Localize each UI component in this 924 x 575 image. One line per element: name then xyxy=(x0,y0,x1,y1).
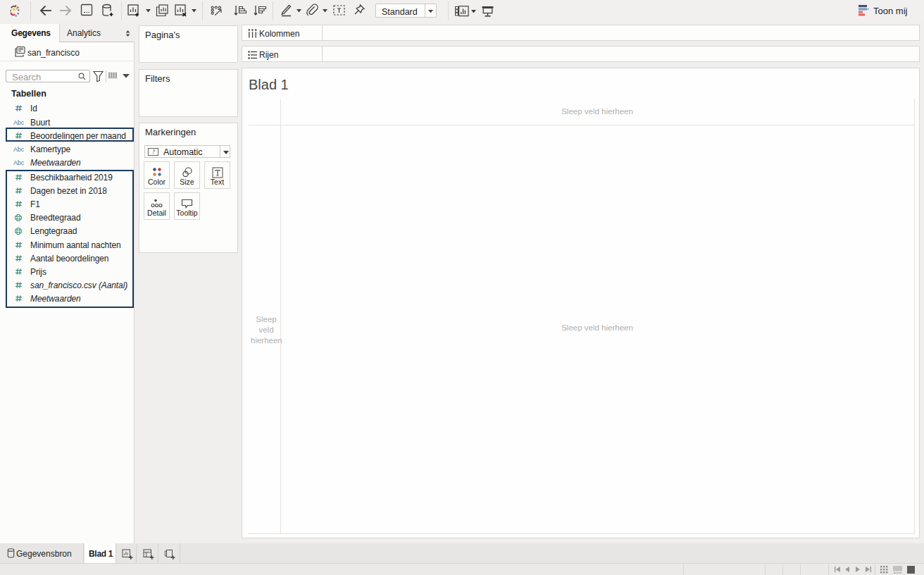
svg-text:Abc: Abc xyxy=(13,146,24,153)
svg-text:Abc: Abc xyxy=(13,119,24,126)
svg-text:Abc: Abc xyxy=(13,159,24,166)
